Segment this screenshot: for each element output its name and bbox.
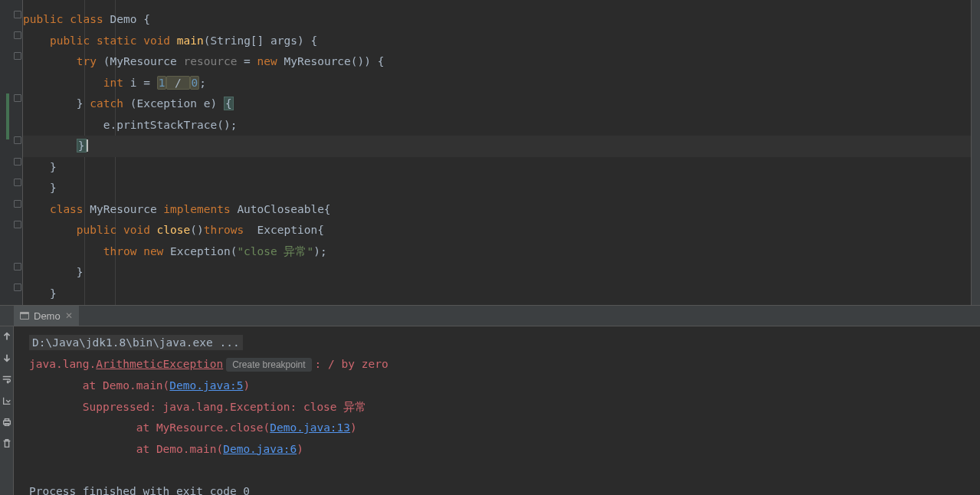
keyword: class <box>70 13 103 25</box>
run-tab-demo[interactable]: Demo ✕ <box>14 306 79 326</box>
scrollbar-vertical[interactable] <box>971 0 980 305</box>
fold-marker[interactable] <box>14 221 21 228</box>
terminal-icon <box>20 312 29 320</box>
vcs-change-marker <box>6 93 9 139</box>
gutter <box>0 0 23 305</box>
fold-marker[interactable] <box>14 158 21 166</box>
caret <box>87 139 88 152</box>
code-line[interactable]: e.printStackTrace(); <box>23 115 971 136</box>
fold-marker[interactable] <box>14 94 21 102</box>
print-icon[interactable] <box>2 417 12 428</box>
keyword: public <box>23 13 63 25</box>
code-editor[interactable]: public class Demo { public static void m… <box>0 0 980 305</box>
code-line[interactable]: public class Demo { <box>23 9 971 31</box>
exit-code-line: Process finished with exit code 0 <box>29 485 250 496</box>
code-line[interactable]: } catch (Exception e) { <box>23 93 971 115</box>
code-line[interactable]: } <box>23 262 971 284</box>
code-line[interactable]: throw new Exception("close 异常"); <box>23 241 971 263</box>
code-line[interactable]: } <box>23 284 971 305</box>
error-message: : / by zero <box>315 358 388 370</box>
stacktrace-link[interactable]: Demo.java:6 <box>223 443 297 455</box>
code-line[interactable]: public static void main(String[] args) { <box>23 31 971 52</box>
code-line[interactable]: class MyResource implements AutoCloseabl… <box>23 199 971 221</box>
code-line[interactable]: public void close()throws Exception{ <box>23 220 971 241</box>
svg-rect-1 <box>5 419 8 421</box>
console-toolbar <box>0 326 14 495</box>
arrow-down-icon[interactable] <box>2 352 12 363</box>
error-package: java.lang. <box>29 358 96 370</box>
code-line[interactable]: int i = 1 / 0; <box>23 73 971 94</box>
method-name: main <box>177 34 204 47</box>
code-line[interactable]: try (MyResource resource = new MyResourc… <box>23 51 971 73</box>
stacktrace-link[interactable]: Demo.java:5 <box>169 379 243 392</box>
string-literal: "close 异常" <box>237 245 313 257</box>
bracket-match: { <box>224 97 234 110</box>
console-panel: D:\Java\jdk1.8\bin\java.exe ... java.lan… <box>0 326 980 495</box>
code-line-current[interactable]: } <box>23 136 971 157</box>
fold-marker[interactable] <box>14 263 21 270</box>
stacktrace-link[interactable]: Demo.java:13 <box>270 421 350 434</box>
class-name: Demo <box>110 13 137 25</box>
command-line: D:\Java\jdk1.8\bin\java.exe ... <box>29 335 243 350</box>
create-breakpoint-button[interactable]: Create breakpoint <box>226 358 311 372</box>
close-icon[interactable]: ✕ <box>65 310 73 321</box>
console-output[interactable]: D:\Java\jdk1.8\bin\java.exe ... java.lan… <box>14 326 980 495</box>
code-line[interactable]: } <box>23 178 971 199</box>
suppressed-line: Suppressed: java.lang.Exception: close 异… <box>29 401 366 413</box>
bracket-match: } <box>77 139 87 152</box>
wrap-icon[interactable] <box>2 374 12 385</box>
fold-marker[interactable] <box>14 11 21 18</box>
fold-marker[interactable] <box>14 31 21 39</box>
code-pane[interactable]: public class Demo { public static void m… <box>23 0 971 305</box>
run-tab-label: Demo <box>34 310 61 322</box>
fold-marker[interactable] <box>14 200 21 208</box>
fold-marker[interactable] <box>14 284 21 291</box>
code-line[interactable]: } <box>23 157 971 179</box>
scroll-to-end-icon[interactable] <box>2 395 12 406</box>
fold-marker[interactable] <box>14 179 21 186</box>
fold-marker[interactable] <box>14 136 21 144</box>
trash-icon[interactable] <box>2 438 12 449</box>
arrow-up-icon[interactable] <box>2 331 12 342</box>
fold-marker[interactable] <box>14 52 21 60</box>
error-exception: ArithmeticException <box>96 358 223 370</box>
run-tab-bar: Demo ✕ <box>0 305 980 326</box>
